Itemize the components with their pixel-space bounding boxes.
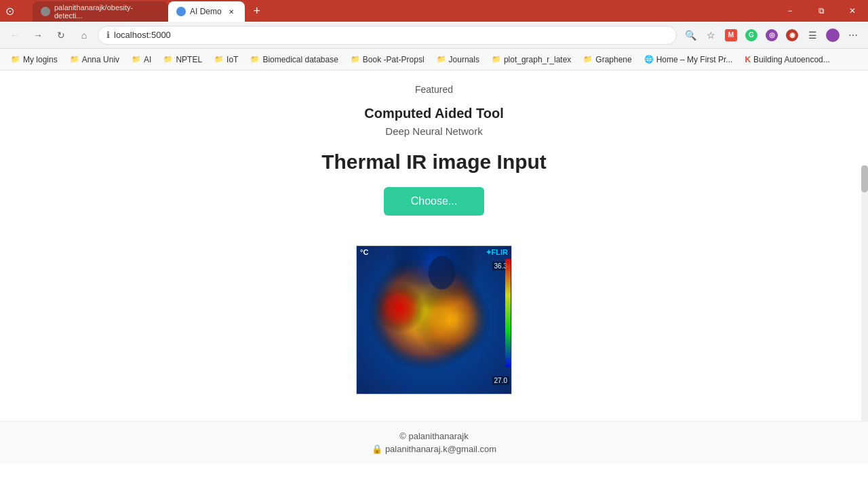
close-btn[interactable]: ✕ [837,0,868,22]
reload-btn[interactable]: ↻ [52,26,71,45]
inactive-tab-label: palanithanara​jk/obesity-detecti... [54,3,160,20]
favorites-icon[interactable]: ☰ [803,26,822,45]
tool-subtitle: Deep Neural Network [156,125,712,137]
forward-btn[interactable]: → [28,26,47,45]
search-icon[interactable]: 🔍 [681,26,700,45]
thermal-image [356,245,512,394]
tab-close-btn[interactable]: ✕ [226,6,237,17]
folder-icon: 📁 [492,55,501,64]
address-lock-icon: ℹ [106,30,110,40]
bookmark-journals[interactable]: 📁 Journals [431,53,485,66]
bookmark-book[interactable]: 📁 Book -Pat-Propsl [345,53,430,66]
thermal-brand-label: ✦FLIR [486,248,508,257]
star-icon[interactable]: ☆ [701,26,720,45]
inactive-tab[interactable]: palanithanara​jk/obesity-detecti... [33,1,168,22]
folder-icon: 📁 [583,55,593,64]
folder-icon: 📁 [11,55,20,64]
bookmark-biomedical[interactable]: 📁 Biomedical database [245,53,343,66]
bookmark-autoencod[interactable]: K Building Autoencod... [739,53,835,66]
globe-icon: 🌐 [644,55,654,64]
footer-email-address: palanithanara​j.k@gmail.com [385,444,496,454]
ext4-icon[interactable]: ◉ [783,26,802,45]
footer: © palanithanara​jk 🔒 palanithanara​j.k@g… [0,421,868,464]
bookmark-home[interactable]: 🌐 Home – My First Pr... [639,53,738,66]
new-tab-btn[interactable]: + [248,1,267,20]
github-icon: ⊙ [5,5,14,18]
k-icon: K [745,55,751,64]
folder-icon: 📁 [437,55,446,64]
folder-icon: 📁 [250,55,260,64]
tab-bar: palanithanara​jk/obesity-detecti... AI D… [27,0,837,22]
ext1-icon[interactable]: M [722,26,741,45]
ext3-icon[interactable]: ◎ [762,26,781,45]
folder-icon: 📁 [163,55,173,64]
folder-icon: 📁 [351,55,360,64]
minimize-btn[interactable]: − [774,0,806,22]
page-content: Featured Computed Aided Tool Deep Neural… [129,70,739,464]
bookmarks-bar: 📁 My logins 📁 Anna Univ 📁 AI 📁 NPTEL 📁 I… [0,49,868,70]
tool-title: Computed Aided Tool [156,106,712,121]
bookmark-iot[interactable]: 📁 IoT [209,53,243,66]
bookmark-plot[interactable]: 📁 plot_graph_r_latex [486,53,576,66]
lock-icon: 🔒 [372,444,382,454]
home-btn[interactable]: ⌂ [75,26,94,45]
window-controls: − ⧉ ✕ [774,0,868,22]
menu-icon[interactable]: ⋯ [844,26,863,45]
back-btn[interactable]: ← [5,26,24,45]
folder-icon: 📁 [132,55,141,64]
bookmark-ai[interactable]: 📁 AI [126,53,157,66]
featured-label: Featured [156,84,712,95]
bookmark-nptel[interactable]: 📁 NPTEL [158,53,208,66]
footer-copyright: © palanithanara​jk [9,431,859,441]
active-tab-icon [176,7,186,16]
thermal-colorbar [505,259,511,367]
footer-email: 🔒 palanithanara​j.k@gmail.com [9,444,859,454]
restore-btn[interactable]: ⧉ [806,0,837,22]
thermal-image-container: °C ✦FLIR 36.3 27.0 [356,245,512,394]
choose-button[interactable]: Choose... [384,187,484,216]
address-input[interactable]: ℹ localhost:5000 [98,26,677,45]
title-bar: ⊙ palanithanara​jk/obesity-detecti... AI… [0,0,868,22]
address-bar: ← → ↻ ⌂ ℹ localhost:5000 🔍 ☆ M G ◎ ◉ ☰ ⋯ [0,22,868,49]
folder-icon: 📁 [70,55,79,64]
profile-icon[interactable] [823,26,842,45]
scrollbar[interactable] [861,165,868,464]
thermal-temp-low: 27.0 [492,376,509,385]
main-content: Featured Computed Aided Tool Deep Neural… [0,70,868,464]
toolbar-icons: 🔍 ☆ M G ◎ ◉ ☰ ⋯ [681,26,863,45]
ir-input-title: Thermal IR image Input [156,150,712,174]
active-tab-label: AI Demo [190,7,222,16]
bookmark-anna-univ[interactable]: 📁 Anna Univ [64,53,125,66]
address-text: localhost:5000 [114,30,171,40]
active-tab[interactable]: AI Demo ✕ [168,1,245,22]
inactive-tab-icon [41,7,50,16]
thermal-unit-label: °C [360,248,368,256]
folder-icon: 📁 [214,55,224,64]
bookmark-graphene[interactable]: 📁 Graphene [578,53,637,66]
bookmark-my-logins[interactable]: 📁 My logins [5,53,63,66]
scrollbar-thumb[interactable] [861,165,868,192]
ext2-icon[interactable]: G [742,26,761,45]
